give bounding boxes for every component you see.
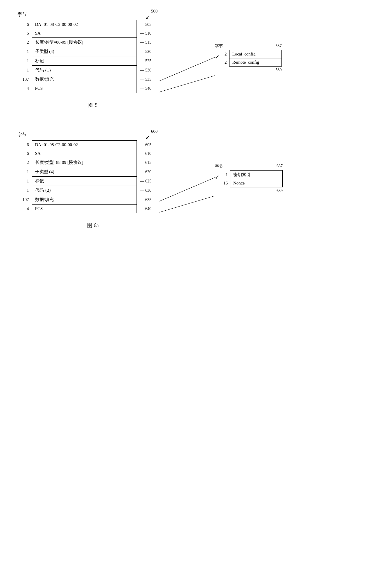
fig6a-row6-bytes: 107 [17,195,32,205]
fig5-row1-bytes: 6 [17,29,32,38]
fig6a-callout: 字节 637 ↙ 1 密钥索引 16 Nonce 639 [215,164,283,193]
fig6a-row5-field: 代码 {2} [32,186,137,195]
table-row: 1 代码 {2} — 630 [17,186,168,195]
fig5-row3-ref: — 520 [137,47,168,56]
table-row: 6 SA — 510 [17,29,168,38]
fig5-row5-ref: — 530 [137,66,168,75]
fig6a-row2-bytes: 2 [17,158,32,167]
fig6a-row2-field: 长度/类型=88-09 [慢协议] [32,158,137,167]
fig5-cb-row0-bytes: 2 [220,50,229,58]
fig6a-arrow: ↙ [145,134,150,141]
fig6a-cb-row1-field: Nonce [230,179,283,187]
fig5-callout-bottom-number: 539 [215,68,282,72]
fig6a-row1-ref: — 610 [137,149,168,158]
fig5-row0-bytes: 6 [17,20,32,29]
fig5-row2-field: 长度/类型=88-09 [慢协议] [32,38,137,47]
fig6a-row7-bytes: 4 [17,205,32,213]
fig5-row5-field: 代码 {1} [32,66,137,75]
fig6a-row6-field: 数据/填充 [32,195,137,205]
fig5-row6-ref: — 535 [137,75,168,84]
fig6a-row7-ref: — 640 [137,205,168,213]
fig6a-cb-row0-bytes: 1 [220,171,230,179]
fig5-diagram-number: 500 [151,9,158,14]
fig6a-packet-table: 6 DA=01-08-C2-00-00-02 — 605 6 SA — 610 … [17,140,168,213]
fig6a-callout-arrow: ↙ [215,174,219,180]
fig6a-row0-ref: — 605 [137,141,168,149]
fig6a-row3-field: 子类型 (4) [32,167,137,177]
table-row: 1 子类型 (4) — 620 [17,167,168,177]
page: 500 ↙ 字节 6 DA=01-08-C2-00-00-02 — 505 6 … [0,0,382,264]
fig6a-row4-field: 标记 [32,177,137,186]
table-row: 107 数据/填充 — 535 [17,75,168,84]
fig5-callout-bytes-label: 字节 [215,44,223,49]
fig6a-row5-bytes: 1 [17,186,32,195]
fig6a-callout-bottom-number: 639 [215,189,283,193]
fig5-row7-bytes: 4 [17,84,32,93]
fig6a-cb-row0-field: 密钥索引 [230,171,283,179]
fig5-callout: 字节 537 ↙ 2 Local_config 2 Remote_config [215,44,282,72]
fig5-row3-bytes: 1 [17,47,32,56]
table-row: 4 FCS — 540 [17,84,168,93]
fig6a-row1-bytes: 6 [17,149,32,158]
fig5-row6-field: 数据/填充 [32,75,137,84]
fig6a-row5-ref: — 630 [137,186,168,195]
fig5-caption: 图 5 [17,102,168,109]
fig6a-caption: 图 6a [17,222,168,229]
fig6a-row3-ref: — 620 [137,167,168,177]
fig6a-callout-bytes-label: 字节 [215,164,223,169]
fig5-callout-arrow: ↙ [215,53,219,60]
table-row: 6 SA — 610 [17,149,168,158]
fig5-row5-bytes: 1 [17,66,32,75]
fig5-callout-table: 2 Local_config 2 Remote_config [220,50,282,67]
fig5-row6-bytes: 107 [17,75,32,84]
fig5-row4-field: 标记 [32,56,137,66]
callout-row: 16 Nonce [220,179,283,187]
fig6a-cb-row1-bytes: 16 [220,179,230,187]
fig5-row3-field: 子类型 (4) [32,47,137,56]
fig5-row2-ref: — 515 [137,38,168,47]
fig5-row0-field: DA=01-08-C2-00-00-02 [32,20,137,29]
fig5-row7-ref: — 540 [137,84,168,93]
fig6a-row6-ref: — 635 [137,195,168,205]
table-row: 1 标记 — 525 [17,56,168,66]
fig6a-row2-ref: — 615 [137,158,168,167]
fig6a-bytes-label: 字节 [17,132,365,138]
callout-row: 2 Remote_config [220,58,281,67]
fig6a-callout-table: 1 密钥索引 16 Nonce [220,170,283,187]
fig5-packet-table: 6 DA=01-08-C2-00-00-02 — 505 6 SA — 510 … [17,20,168,93]
table-row: 2 长度/类型=88-09 [慢协议] — 515 [17,38,168,47]
fig6a-row0-field: DA=01-08-C2-00-00-02 [32,141,137,149]
table-row: 2 长度/类型=88-09 [慢协议] — 615 [17,158,168,167]
callout-row: 1 密钥索引 [220,171,283,179]
fig6a-row7-field: FCS [32,205,137,213]
fig6a-row0-bytes: 6 [17,141,32,149]
fig6a-callout-number: 637 [277,164,283,169]
fig5-cb-row1-field: Remote_config [229,58,281,67]
fig5-row0-ref: — 505 [137,20,168,29]
fig6a-row1-field: SA [32,149,137,158]
fig5-row4-bytes: 1 [17,56,32,66]
table-row: 1 标记 — 625 [17,177,168,186]
table-row: 4 FCS — 640 [17,205,168,213]
fig6a-row3-bytes: 1 [17,167,32,177]
fig6a-row4-ref: — 625 [137,177,168,186]
table-row: 1 子类型 (4) — 520 [17,47,168,56]
fig5-row1-ref: — 510 [137,29,168,38]
fig5-cb-row0-field: Local_config [229,50,281,58]
table-row: 107 数据/填充 — 635 [17,195,168,205]
fig5-cb-row1-bytes: 2 [220,58,229,67]
figure-5-section: 500 ↙ 字节 6 DA=01-08-C2-00-00-02 — 505 6 … [17,12,365,109]
figure-6a-section: 600 ↙ 字节 6 DA=01-08-C2-00-00-02 — 605 6 … [17,132,365,229]
table-row: 1 代码 {1} — 530 [17,66,168,75]
fig5-row1-field: SA [32,29,137,38]
table-row: 6 DA=01-08-C2-00-00-02 — 605 [17,141,168,149]
fig5-row2-bytes: 2 [17,38,32,47]
table-row: 6 DA=01-08-C2-00-00-02 — 505 [17,20,168,29]
callout-row: 2 Local_config [220,50,281,58]
fig6a-diagram-number: 600 [151,129,158,134]
fig5-bytes-label: 字节 [17,12,365,18]
fig5-row4-ref: — 525 [137,56,168,66]
fig5-row7-field: FCS [32,84,137,93]
fig5-arrow: ↙ [145,14,150,20]
fig5-callout-number: 537 [276,44,282,49]
